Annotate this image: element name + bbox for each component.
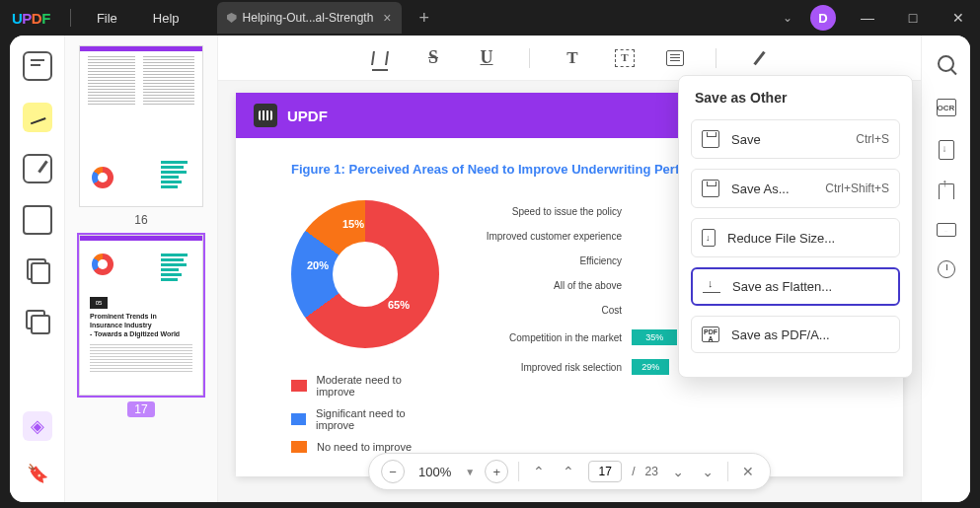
prev-page-icon[interactable]: ⌃	[559, 464, 578, 479]
next-page-icon[interactable]: ⌃	[668, 464, 688, 479]
donut-value: 65%	[388, 299, 410, 311]
edit-tool-icon[interactable]	[23, 154, 52, 183]
window-minimize-button[interactable]: —	[854, 10, 881, 26]
save-as-icon	[702, 180, 719, 197]
save-as-button[interactable]: Save As... Ctrl+Shift+S	[691, 169, 900, 208]
page-header-title: UPDF	[287, 108, 328, 124]
first-page-icon[interactable]: ⌃	[529, 464, 549, 479]
bookmark-icon[interactable]: 🔖	[23, 459, 52, 488]
window-maximize-button[interactable]: □	[899, 10, 927, 26]
divider	[70, 9, 71, 27]
thumbnail-label: 16	[79, 213, 203, 227]
organize-tool-icon[interactable]	[23, 256, 52, 286]
page-number-input[interactable]	[588, 461, 622, 482]
pdfa-icon: PDF A	[702, 327, 719, 342]
donut-chart: 65% 20% 15%	[291, 200, 439, 348]
legend-swatch	[291, 413, 306, 425]
menu-help[interactable]: Help	[135, 11, 197, 26]
legend-label: Significant need to improve	[316, 407, 439, 431]
divider	[716, 48, 716, 68]
save-as-flatten-button[interactable]: Save as Flatten...	[691, 267, 900, 306]
zoom-dropdown-icon[interactable]: ▼	[465, 467, 475, 477]
ocr-icon[interactable]: OCR	[937, 99, 956, 116]
page-navigation-bar: − 100% ▼ + ⌃ ⌃ / 23 ⌃ ⌃ ✕	[368, 453, 771, 490]
app-logo: UPDF	[12, 10, 50, 27]
divider	[727, 462, 728, 481]
history-icon[interactable]	[938, 260, 955, 278]
page-total: 23	[645, 465, 658, 478]
panel-title: Save as Other	[691, 90, 900, 106]
shield-icon	[227, 13, 237, 23]
legend-swatch	[291, 380, 307, 392]
mail-icon[interactable]	[937, 223, 956, 237]
legend-label: Moderate need to improve	[317, 374, 439, 398]
textbox-icon[interactable]: T	[615, 49, 635, 67]
flatten-icon	[703, 281, 720, 293]
chart-legend: Moderate need to improve Significant nee…	[291, 374, 439, 453]
save-button[interactable]: Save Ctrl+S	[691, 119, 900, 159]
highlighter-icon[interactable]	[369, 47, 391, 69]
menu-file[interactable]: File	[79, 11, 135, 26]
reduce-file-size-button[interactable]: Reduce File Size...	[691, 218, 900, 257]
sticky-note-icon[interactable]	[666, 50, 684, 66]
save-icon	[702, 130, 719, 148]
page-sep: /	[632, 465, 635, 478]
text-icon[interactable]: T	[562, 47, 583, 69]
convert-icon[interactable]	[939, 140, 954, 160]
donut-value: 20%	[307, 259, 329, 271]
divider	[518, 462, 519, 481]
thumbnail-label-current: 17	[127, 401, 155, 417]
donut-value: 15%	[342, 218, 364, 230]
search-icon[interactable]	[935, 51, 958, 75]
zoom-out-button[interactable]: −	[381, 460, 405, 483]
share-icon[interactable]	[939, 183, 954, 199]
save-as-other-panel: Save as Other Save Ctrl+S Save As... Ctr…	[678, 75, 913, 378]
strikethrough-icon[interactable]: S	[422, 47, 444, 69]
legend-label: No need to improve	[317, 441, 412, 453]
tab-title: Helping-Out...al-Strength	[243, 11, 374, 25]
layers-icon[interactable]: ◈	[23, 411, 52, 441]
divider	[529, 48, 530, 68]
clipboard-tool-icon[interactable]	[23, 205, 52, 235]
reader-tool-icon[interactable]	[23, 51, 52, 81]
close-nav-icon[interactable]: ✕	[738, 464, 758, 479]
close-tab-icon[interactable]: ×	[383, 10, 391, 26]
page-header-logo-icon	[254, 104, 277, 127]
zoom-in-button[interactable]: +	[485, 460, 508, 483]
highlight-tool-icon[interactable]	[23, 103, 52, 132]
shortcut-label: Ctrl+Shift+S	[825, 181, 889, 195]
last-page-icon[interactable]: ⌃	[698, 464, 717, 479]
pages-tool-icon[interactable]	[23, 308, 52, 337]
thumbnail-page-17[interactable]: 05 Prominent Trends in Insurance Industr…	[79, 235, 203, 397]
pencil-icon[interactable]	[748, 47, 770, 69]
reduce-size-icon	[702, 229, 716, 247]
thumbnail-page-16[interactable]	[79, 45, 203, 207]
save-as-pdfa-button[interactable]: PDF A Save as PDF/A...	[691, 316, 900, 353]
user-avatar[interactable]: D	[810, 5, 836, 31]
chevron-down-icon[interactable]: ⌄	[783, 11, 792, 25]
window-close-button[interactable]: ✕	[944, 10, 972, 26]
underline-icon[interactable]: U	[476, 47, 497, 69]
shortcut-label: Ctrl+S	[856, 132, 889, 146]
document-tab[interactable]: Helping-Out...al-Strength ×	[217, 2, 402, 34]
thumbnail-panel: 16 05 Prominent Trends in Insurance Indu…	[65, 36, 218, 502]
zoom-level: 100%	[415, 465, 455, 479]
legend-swatch	[291, 441, 307, 453]
add-tab-button[interactable]: +	[419, 8, 430, 29]
